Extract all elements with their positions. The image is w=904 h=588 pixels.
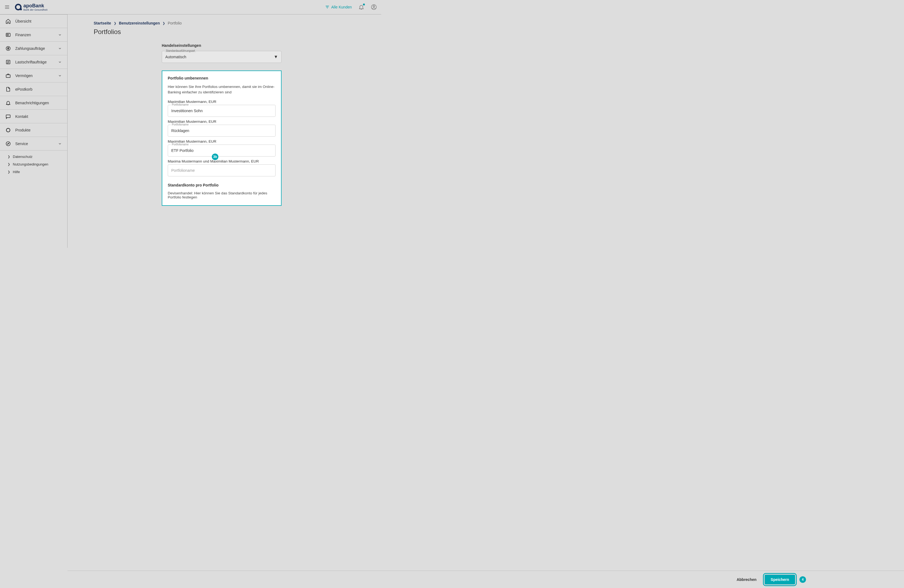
sidebar: Übersicht Finanzen Zahlungsaufträge Last… bbox=[0, 14, 68, 248]
chevron-right-icon: ❯ bbox=[8, 155, 10, 158]
breadcrumb-settings[interactable]: Benutzereinstellungen bbox=[119, 21, 160, 25]
list-icon bbox=[5, 59, 11, 65]
brand-logo[interactable]: apoBank Bank der Gesundheit bbox=[15, 3, 47, 11]
chevron-down-icon bbox=[58, 74, 62, 77]
svg-point-20 bbox=[6, 142, 10, 145]
select-value: Automatisch bbox=[165, 55, 186, 59]
field-label: Portfolioname bbox=[171, 123, 190, 126]
svg-rect-17 bbox=[6, 74, 10, 77]
portfolio-name-field[interactable]: Portfolioname bbox=[168, 105, 275, 117]
sidebar-item-label: Benachrichtigungen bbox=[15, 101, 49, 105]
sidebar-item-label: Übersicht bbox=[15, 19, 31, 24]
sub-item-label: Hilfe bbox=[13, 170, 20, 174]
sidebar-item-label: Zahlungsaufträge bbox=[15, 46, 45, 51]
default-account-heading: Standardkonto pro Portfolio bbox=[168, 183, 275, 187]
home-icon bbox=[5, 19, 11, 24]
breadcrumb-current: Portfolio bbox=[168, 21, 182, 25]
profile-button[interactable] bbox=[371, 4, 377, 10]
portfolio-name-field[interactable]: Portfolioname bbox=[168, 125, 275, 137]
file-icon bbox=[5, 87, 11, 92]
svg-rect-11 bbox=[7, 34, 8, 35]
sub-item-label: Nutzungsbedingungen bbox=[13, 162, 48, 166]
wallet-icon bbox=[5, 32, 11, 38]
circle-icon bbox=[5, 127, 11, 133]
sidebar-item-label: Service bbox=[15, 142, 28, 146]
field-label: Portfolioname bbox=[171, 143, 190, 146]
sidebar-item-debits[interactable]: Lastschriftaufträge bbox=[0, 55, 67, 69]
sidebar-item-assets[interactable]: Vermögen bbox=[0, 69, 67, 82]
sidebar-item-finances[interactable]: Finanzen bbox=[0, 28, 67, 42]
default-account-desc: Devisenhandel: Hier können Sie das Stand… bbox=[168, 191, 275, 199]
notifications-button[interactable] bbox=[358, 4, 364, 10]
portfolio-name-field[interactable] bbox=[168, 164, 275, 176]
sidebar-item-products[interactable]: Produkte bbox=[0, 123, 67, 137]
sidebar-item-label: Produkte bbox=[15, 128, 30, 132]
dollar-icon bbox=[5, 46, 11, 51]
sidebar-item-overview[interactable]: Übersicht bbox=[0, 14, 67, 28]
sidebar-item-label: Vermögen bbox=[15, 74, 33, 78]
portfolio-name-input[interactable] bbox=[171, 109, 272, 113]
logo-icon bbox=[15, 3, 22, 11]
breadcrumb: Startseite ❯ Benutzereinstellungen ❯ Por… bbox=[94, 21, 370, 25]
sidebar-item-label: ePostkorb bbox=[15, 87, 32, 92]
sub-item-privacy[interactable]: ❯ Datenschutz bbox=[0, 153, 67, 160]
chevron-right-icon: ❯ bbox=[8, 163, 10, 166]
execution-type-select[interactable]: Standardausführungsart Automatisch ▼ bbox=[162, 51, 281, 63]
breadcrumb-home[interactable]: Startseite bbox=[94, 21, 111, 25]
chevron-right-icon: ❯ bbox=[114, 22, 116, 25]
notification-dot bbox=[363, 3, 365, 5]
sidebar-item-service[interactable]: Service bbox=[0, 137, 67, 150]
chevron-down-icon bbox=[58, 47, 62, 51]
rename-heading: Portfolio umbenennen bbox=[168, 76, 275, 80]
portfolio-name-input[interactable] bbox=[171, 128, 272, 133]
portfolio-name-input[interactable] bbox=[171, 149, 272, 153]
svg-point-9 bbox=[373, 5, 375, 7]
svg-point-19 bbox=[6, 128, 10, 132]
sidebar-item-label: Lastschriftaufträge bbox=[15, 60, 47, 64]
svg-marker-21 bbox=[8, 143, 9, 144]
filter-label: Alle Kunden bbox=[331, 5, 352, 9]
compass-icon bbox=[5, 141, 11, 147]
user-icon bbox=[371, 4, 377, 10]
sidebar-item-notifications[interactable]: Benachrichtigungen bbox=[0, 96, 67, 110]
portfolio-owner: Maxima Mustermann und Maximilian Musterm… bbox=[168, 159, 275, 163]
brand-name: apoBank bbox=[24, 3, 47, 8]
chevron-down-icon bbox=[58, 142, 62, 145]
briefcase-icon bbox=[5, 73, 11, 78]
portfolio-name-field[interactable]: Portfolioname bbox=[168, 145, 275, 156]
sidebar-item-contact[interactable]: Kontakt bbox=[0, 110, 67, 123]
sidebar-item-mailbox[interactable]: ePostkorb bbox=[0, 82, 67, 96]
chevron-right-icon: ❯ bbox=[8, 170, 10, 174]
rename-portfolio-box: Portfolio umbenennen Hier können Sie Ihr… bbox=[162, 71, 281, 206]
chevron-down-icon bbox=[58, 60, 62, 64]
bell-icon bbox=[5, 100, 11, 106]
svg-rect-4 bbox=[20, 8, 22, 10]
chevron-right-icon: ❯ bbox=[163, 22, 165, 25]
main-content: Startseite ❯ Benutzereinstellungen ❯ Por… bbox=[68, 14, 381, 248]
field-label: Portfolioname bbox=[171, 103, 190, 106]
filter-icon bbox=[325, 5, 329, 9]
customer-filter-button[interactable]: Alle Kunden bbox=[325, 5, 352, 9]
sidebar-item-label: Finanzen bbox=[15, 33, 31, 37]
topbar: apoBank Bank der Gesundheit Alle Kunden bbox=[0, 0, 381, 14]
page-title: Portfolios bbox=[94, 28, 370, 36]
select-label: Standardausführungsart bbox=[165, 49, 196, 52]
trade-settings-heading: Handelseinstellungen bbox=[162, 43, 281, 47]
sidebar-item-payments[interactable]: Zahlungsaufträge bbox=[0, 42, 67, 55]
sidebar-subnav: ❯ Datenschutz ❯ Nutzungsbedingungen ❯ Hi… bbox=[0, 150, 67, 178]
menu-icon[interactable] bbox=[4, 4, 10, 10]
sub-item-label: Datenschutz bbox=[13, 155, 32, 159]
portfolio-name-input[interactable] bbox=[171, 168, 272, 172]
sidebar-item-label: Kontakt bbox=[15, 114, 28, 119]
rename-description: Hier können Sie Ihre Portfolios umbenenn… bbox=[168, 84, 275, 95]
step-badge-3b: 3b bbox=[212, 153, 218, 160]
svg-rect-18 bbox=[6, 115, 10, 118]
chevron-down-icon bbox=[58, 33, 62, 37]
sub-item-help[interactable]: ❯ Hilfe bbox=[0, 168, 67, 175]
brand-tagline: Bank der Gesundheit bbox=[24, 9, 47, 11]
sub-item-terms[interactable]: ❯ Nutzungsbedingungen bbox=[0, 160, 67, 168]
chat-icon bbox=[5, 114, 11, 119]
caret-down-icon: ▼ bbox=[273, 54, 278, 59]
